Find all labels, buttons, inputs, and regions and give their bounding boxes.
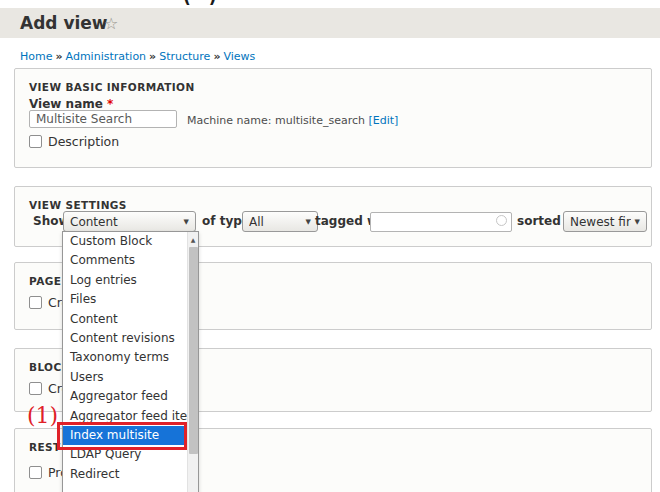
annotation-highlight-box [57, 422, 187, 450]
dropdown-option[interactable]: Users [63, 368, 187, 387]
tagged-with-field-wrap [370, 211, 512, 231]
page-header-bar: Add view ☆ [0, 8, 660, 38]
chevron-down-icon: ▼ [184, 218, 189, 226]
tagged-with-input[interactable] [370, 212, 512, 232]
show-select[interactable]: Content ▼ [63, 211, 196, 232]
clipped-text-artifact: ( ) [183, 0, 222, 7]
breadcrumb-separator: » [149, 50, 156, 63]
breadcrumb-link-administration[interactable]: Administration [66, 50, 147, 63]
machine-name-note: Machine name: multisite_search [Edit] [187, 114, 398, 127]
breadcrumb-link-views[interactable]: Views [223, 50, 255, 63]
dropdown-option[interactable]: Content revisions [63, 329, 187, 348]
view-name-label: View name * [29, 97, 113, 111]
create-block-checkbox[interactable] [29, 382, 42, 395]
of-type-select[interactable]: All ▼ [242, 211, 318, 232]
annotation-number: (1) [27, 403, 58, 428]
breadcrumb-link-home[interactable]: Home [20, 50, 52, 63]
description-checkbox-label: Description [48, 134, 119, 149]
create-page-checkbox[interactable] [29, 296, 42, 309]
breadcrumb-link-structure[interactable]: Structure [159, 50, 210, 63]
star-icon[interactable]: ☆ [104, 14, 118, 33]
autocomplete-throbber-icon [496, 215, 507, 226]
dropdown-option[interactable]: Custom Block [63, 232, 187, 251]
view-name-input[interactable] [29, 110, 177, 128]
required-mark: * [107, 97, 113, 111]
page-title: Add view [20, 13, 108, 33]
dropdown-option[interactable]: Log entries [63, 271, 187, 290]
dropdown-option[interactable]: Comments [63, 251, 187, 270]
dropdown-option[interactable]: Content [63, 310, 187, 329]
chevron-down-icon: ▼ [306, 218, 311, 226]
dropdown-scrollbar-thumb[interactable] [189, 247, 198, 454]
scroll-up-icon[interactable]: ▲ [188, 232, 198, 247]
breadcrumb-separator: » [55, 50, 62, 63]
breadcrumb-separator: » [213, 50, 220, 63]
machine-name-edit-link[interactable]: [Edit] [368, 114, 398, 127]
description-checkbox-row: Description [29, 134, 119, 149]
view-settings-legend: VIEW SETTINGS [29, 199, 127, 211]
breadcrumb: Home»Administration»Structure»Views [20, 50, 255, 63]
view-basic-information-legend: VIEW BASIC INFORMATION [29, 81, 195, 93]
view-basic-information-fieldset: VIEW BASIC INFORMATION View name * Machi… [14, 68, 652, 168]
dropdown-option[interactable]: Files [63, 290, 187, 309]
dropdown-option[interactable]: Aggregator feed [63, 387, 187, 406]
add-view-page: { "artifact": { "cropped_text": "( )" },… [0, 0, 660, 492]
chevron-down-icon: ▼ [635, 218, 640, 226]
dropdown-scrollbar[interactable]: ▲ [187, 232, 198, 492]
show-select-open-dropdown: Custom BlockCommentsLog entriesFilesCont… [62, 231, 199, 492]
provide-rest-export-checkbox[interactable] [29, 466, 42, 479]
dropdown-option[interactable]: Taxonomy terms [63, 348, 187, 367]
description-checkbox[interactable] [29, 135, 42, 148]
dropdown-option[interactable]: Redirect [63, 465, 187, 484]
sorted-by-select[interactable]: Newest first ▼ [563, 211, 647, 232]
